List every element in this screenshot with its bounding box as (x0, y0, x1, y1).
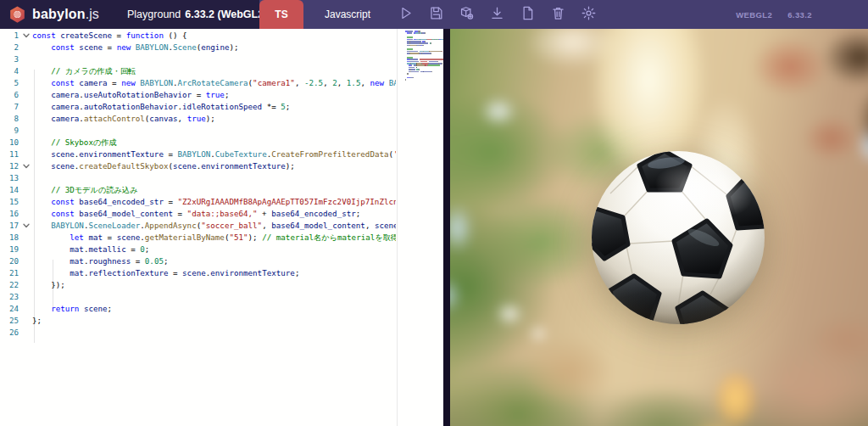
code-line[interactable]: mat.roughness = 0.05; (32, 255, 396, 267)
code-content[interactable]: const createScene = function () { const … (32, 30, 396, 339)
line-number: 1 (0, 30, 19, 42)
code-line[interactable]: mat.reflectionTexture = scene.environmen… (32, 267, 396, 279)
brand-suffix: .js (86, 7, 99, 21)
code-line[interactable]: // 3Dモデルの読み込み (32, 184, 396, 196)
save-icon (428, 5, 444, 24)
fold-chevron-icon[interactable] (22, 31, 31, 40)
code-line[interactable]: let mat = scene.getMaterialByName("51");… (32, 232, 396, 244)
line-number: 22 (0, 279, 19, 291)
header-status: WEBGL2 6.33.2 (736, 0, 812, 29)
minimap-line (405, 81, 442, 82)
line-number: 5 (0, 77, 19, 89)
code-line[interactable]: const createScene = function () { (32, 30, 396, 42)
code-line[interactable]: scene.environmentTexture = BABYLON.CubeT… (32, 149, 396, 160)
code-line[interactable]: // カメラの作成・回転 (32, 65, 396, 77)
inspector-button[interactable] (458, 6, 476, 24)
app-name: Playground (127, 8, 181, 20)
line-number: 10 (0, 137, 19, 149)
line-number: 23 (0, 291, 19, 303)
line-number: 18 (0, 232, 19, 244)
code-line[interactable]: scene.createDefaultSkybox(scene.environm… (32, 160, 396, 172)
line-number: 12 (0, 160, 19, 172)
code-line[interactable]: return scene; (32, 303, 396, 315)
line-number: 3 (0, 53, 19, 65)
render-canvas[interactable] (450, 29, 868, 426)
settings-icon (581, 5, 597, 24)
code-line[interactable]: // Skyboxの作成 (32, 137, 396, 149)
code-line[interactable] (32, 53, 396, 65)
code-line[interactable]: const scene = new BABYLON.Scene(engine); (32, 42, 396, 53)
babylon-logo-icon (8, 5, 26, 24)
toolbar (397, 0, 598, 29)
new-file-icon (520, 5, 536, 24)
code-line[interactable] (32, 291, 396, 303)
fold-chevron-icon[interactable] (22, 162, 31, 171)
delete-icon (550, 5, 566, 24)
inspector-icon (459, 5, 475, 24)
line-number: 24 (0, 303, 19, 315)
line-number: 4 (0, 65, 19, 77)
line-number: 19 (0, 244, 19, 255)
line-number: 25 (0, 315, 19, 327)
code-line[interactable]: }; (32, 315, 396, 327)
code-line[interactable]: mat.metallic = 0; (32, 244, 396, 255)
babylon-logo[interactable]: babylon.js (8, 5, 99, 24)
line-number: 7 (0, 101, 19, 113)
code-line[interactable] (32, 327, 396, 339)
save-button[interactable] (427, 6, 445, 24)
code-line[interactable]: BABYLON.SceneLoader.AppendAsync("soccer_… (32, 220, 396, 232)
download-button[interactable] (488, 6, 506, 24)
code-line[interactable]: camera.attachControl(canvas, true); (32, 113, 396, 125)
code-editor[interactable]: 1234567891011121314151617181920212223242… (0, 29, 443, 426)
code-line[interactable]: const base64_model_content = "data:;base… (32, 208, 396, 220)
line-number: 14 (0, 184, 19, 196)
code-line[interactable]: const base64_encoded_str = "Z2xURgIAAADM… (32, 196, 396, 208)
line-number: 2 (0, 42, 19, 53)
line-number: 21 (0, 267, 19, 279)
line-number: 20 (0, 255, 19, 267)
babylon-playground-app: babylon.js Playground 6.33.2 (WebGL2) TS… (0, 0, 868, 426)
soccer-ball (591, 150, 765, 325)
line-number: 26 (0, 327, 19, 339)
line-number: 15 (0, 196, 19, 208)
play-button[interactable] (397, 6, 415, 24)
code-line[interactable]: camera.autoRotationBehavior.idleRotation… (32, 101, 396, 113)
code-line[interactable] (32, 125, 396, 137)
minimap[interactable] (405, 31, 442, 424)
code-line[interactable]: const camera = new BABYLON.ArcRotateCame… (32, 77, 396, 89)
minimap-border (397, 29, 398, 426)
tab-javascript[interactable]: Javascript (303, 0, 392, 29)
settings-button[interactable] (580, 6, 598, 24)
page-title: Playground 6.33.2 (WebGL2) (127, 0, 267, 29)
download-icon (489, 5, 505, 24)
code-line[interactable]: }); (32, 279, 396, 291)
brand-text: babylon.js (32, 7, 99, 22)
line-number: 9 (0, 125, 19, 137)
line-number: 16 (0, 208, 19, 220)
header-bar: babylon.js Playground 6.33.2 (WebGL2) TS… (0, 0, 868, 29)
line-number: 11 (0, 149, 19, 160)
line-number: 17 (0, 220, 19, 232)
line-numbers: 1234567891011121314151617181920212223242… (0, 30, 19, 339)
renderer-label: WEBGL2 (736, 10, 772, 20)
pane-splitter[interactable] (443, 29, 450, 426)
delete-button[interactable] (549, 6, 567, 24)
line-number: 8 (0, 113, 19, 125)
fold-chevron-icon[interactable] (22, 221, 31, 230)
engine-version-label: 6.33.2 (787, 10, 812, 20)
app-version: 6.33.2 (WebGL2) (185, 8, 267, 20)
line-number: 6 (0, 89, 19, 101)
line-number: 13 (0, 172, 19, 184)
new-file-button[interactable] (519, 6, 537, 24)
header-left-section: babylon.js Playground 6.33.2 (WebGL2) (0, 0, 259, 29)
code-line[interactable] (32, 172, 396, 184)
brand-name: babylon (32, 7, 86, 21)
tab-typescript[interactable]: TS (259, 0, 303, 29)
play-icon (398, 5, 414, 24)
code-line[interactable]: camera.useAutoRotationBehavior = true; (32, 89, 396, 101)
